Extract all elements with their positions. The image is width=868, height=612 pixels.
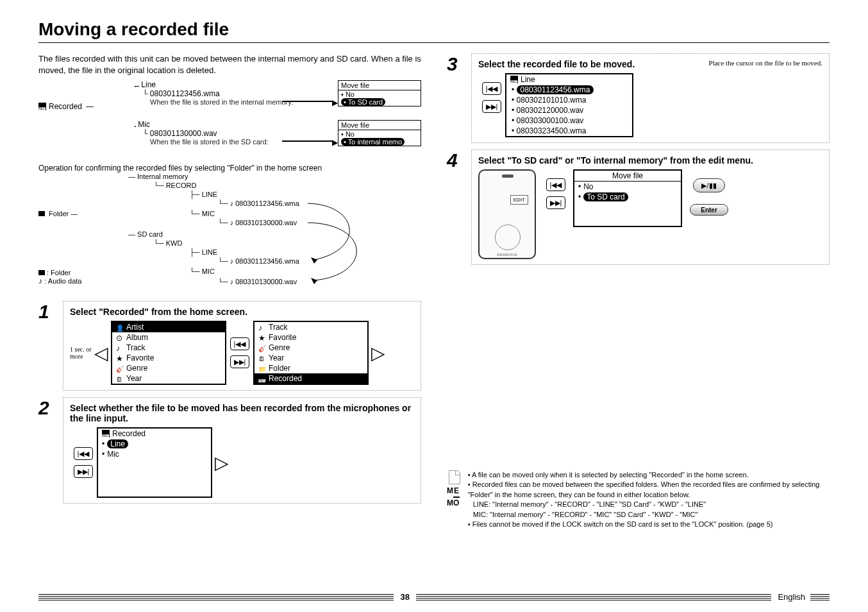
tree-wma-1: 080301123456.wma: [235, 200, 299, 207]
right-arrow-icon-2[interactable]: ▷: [212, 439, 231, 486]
enter-button[interactable]: Enter: [690, 204, 728, 216]
play-enter-button[interactable]: ▶/▮▮: [693, 178, 725, 192]
recorded-source-list[interactable]: Recorded •Line •Mic: [97, 427, 212, 498]
intro-text: The files recorded with this unit can be…: [38, 53, 421, 76]
step-3-number: 3: [447, 53, 462, 143]
movefile-tointernal: To internal memo: [341, 138, 405, 146]
file-row[interactable]: 080302120000.wav: [506, 105, 632, 115]
footer-rule-left: [38, 594, 394, 600]
prev-button-2[interactable]: |◀◀: [74, 447, 93, 460]
memo-icon: MEMO: [447, 470, 463, 529]
mic-file: 080301130000.wav: [150, 129, 217, 138]
tree-mic-2: MIC: [202, 268, 215, 275]
prev-button-4[interactable]: |◀◀: [546, 178, 565, 191]
next-button-2[interactable]: ▶▶|: [74, 465, 93, 478]
tree-record: RECORD: [166, 182, 197, 189]
next-button-3[interactable]: ▶▶|: [482, 100, 501, 113]
step-2-number: 2: [38, 397, 54, 504]
movefile-tosd: To SD card: [341, 98, 385, 106]
tree-wma-2: 080301123456.wma: [235, 257, 299, 265]
step-4-title: Select "To SD card" or "To internal memo…: [478, 155, 822, 166]
legend-folder: : Folder: [47, 269, 71, 276]
page-number: 38: [394, 592, 415, 602]
tree-internal: Internal memory: [137, 173, 188, 180]
step-1-number: 1: [38, 301, 54, 391]
next-button-4[interactable]: ▶▶|: [546, 196, 565, 209]
file-row[interactable]: 080302101010.wma: [506, 95, 632, 105]
step-1-title: Select "Recorded" from the home screen.: [70, 307, 414, 317]
move-menu[interactable]: Move file •No •To SD card: [573, 169, 682, 227]
memo-text: • A file can be moved only when it is se…: [468, 470, 830, 529]
stored-internal-note: When the file is stored in the internal …: [150, 98, 294, 106]
svg-marker-0: [311, 257, 317, 264]
file-list[interactable]: Line 080301123456.wma 080302101010.wma 0…: [505, 73, 633, 137]
home-list-right[interactable]: Track Favorite Genre Year Folder Recorde…: [253, 321, 369, 385]
step-2-title: Select whether the file to be moved has …: [70, 403, 414, 423]
tree-line-1: LINE: [202, 191, 217, 198]
step-3-hint: Place the cursor on the file to be moved…: [709, 59, 822, 67]
page-title: Moving a recorded file: [38, 19, 830, 43]
tree-line-2: LINE: [202, 248, 217, 256]
tree-mic-1: MIC: [202, 210, 215, 217]
prev-button[interactable]: |◀◀: [230, 337, 249, 350]
file-row[interactable]: 080303000100.wav: [506, 115, 632, 126]
file-row-selected[interactable]: 080301123456.wma: [506, 85, 632, 95]
mic-branch-label: Mic: [138, 120, 150, 129]
edit-button[interactable]: EDIT: [510, 195, 528, 205]
prev-button-3[interactable]: |◀◀: [482, 82, 501, 95]
home-list-left[interactable]: Artist Album Track Favorite Genre Year: [111, 321, 226, 385]
line-file: 080301123456.wma: [150, 89, 220, 98]
hold-label: 1 sec. or more: [70, 346, 92, 360]
legend-audio: : Audio data: [44, 277, 81, 285]
tree-sdcard: SD card: [137, 230, 163, 238]
tree-root-folder: Folder: [49, 210, 69, 217]
remote-illustration: EDIT KENWOOD: [478, 169, 536, 259]
language-label: English: [771, 592, 805, 602]
file-row[interactable]: 080303234500.wma: [506, 126, 632, 136]
movefile-no-2: No: [338, 130, 421, 138]
rec-icon: [38, 103, 46, 110]
stored-sd-note: When the file is stored in the SD card:: [150, 138, 269, 146]
legend-folder-icon: [38, 270, 45, 275]
tree-wav-1: 080310130000.wav: [235, 219, 297, 226]
movefile-no-1: No: [338, 90, 421, 98]
tree-wav-2: 080310130000.wav: [235, 278, 297, 285]
left-arrow-icon[interactable]: ◁: [92, 330, 111, 377]
svg-marker-1: [311, 278, 317, 284]
movefile-title-1: Move file: [338, 81, 421, 90]
footer-rule-right: [416, 594, 771, 600]
recorded-root-label: Recorded: [49, 102, 82, 111]
right-arrow-icon[interactable]: ▷: [369, 330, 388, 377]
folder-icon: [38, 211, 45, 216]
next-button[interactable]: ▶▶|: [230, 355, 249, 368]
step-4-number: 4: [447, 149, 462, 265]
movefile-title-2: Move file: [338, 121, 421, 130]
line-branch-label: Line: [141, 80, 156, 89]
tree-kwd: KWD: [166, 239, 183, 247]
operation-caption: Operation for confirming the recorded fi…: [38, 164, 421, 173]
footer-rule-end: [810, 594, 830, 600]
